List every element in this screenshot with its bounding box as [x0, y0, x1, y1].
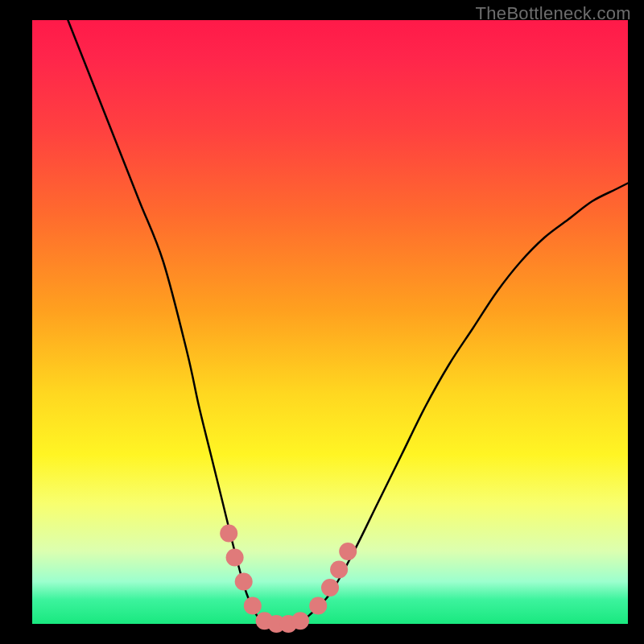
curve-layer	[32, 20, 628, 624]
watermark-text: TheBottleneck.com	[476, 3, 631, 24]
curve-marker	[226, 549, 244, 567]
plot-area	[32, 20, 628, 624]
curve-marker	[321, 579, 339, 597]
bottleneck-curve	[68, 20, 628, 625]
chart-frame: TheBottleneck.com	[0, 0, 644, 644]
curve-marker	[339, 543, 357, 560]
curve-marker	[235, 573, 253, 591]
curve-marker	[309, 597, 327, 615]
curve-marker	[291, 612, 309, 630]
curve-marker	[330, 561, 348, 579]
curve-marker	[220, 525, 237, 543]
curve-marker	[244, 597, 262, 615]
